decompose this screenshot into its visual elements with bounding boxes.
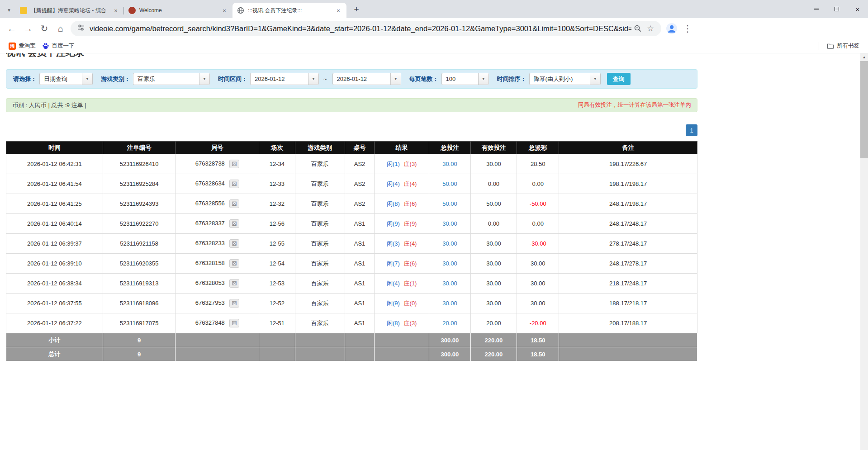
close-icon: × [856, 5, 860, 13]
refresh-button[interactable]: ↻ [36, 20, 52, 37]
page-scrollbar[interactable]: ▲ [860, 53, 868, 450]
cell-session: 12-54 [259, 254, 295, 274]
total-bet-link[interactable]: 50.00 [442, 200, 457, 207]
game-result-icon[interactable]: ⚄ [229, 279, 239, 288]
cell-bet-id: 523116922270 [103, 214, 175, 234]
result-banker: 庄(4) [404, 240, 417, 247]
bookmark-label: 百度一下 [52, 42, 75, 50]
total-total-bet: 300.00 [429, 347, 471, 361]
close-icon: × [337, 7, 340, 14]
settlement-notice: 同局有效投注，统一计算在该局第一张注单内 [578, 101, 691, 109]
forward-button[interactable]: → [20, 20, 36, 37]
cell-total-bet: 30.00 [429, 294, 471, 313]
tab-close-button[interactable]: × [112, 7, 119, 14]
maximize-button[interactable] [826, 0, 847, 18]
game-result-icon[interactable]: ⚄ [229, 319, 239, 327]
profile-avatar[interactable] [664, 21, 679, 36]
browser-tab-forum[interactable]: 【新提醒】海燕策略论坛 - 综合 × [15, 3, 124, 18]
result-banker: 庄(6) [404, 200, 417, 207]
cell-game-type: 百家乐 [295, 174, 345, 194]
cell-valid-bet: 20.00 [470, 313, 517, 333]
date-end-select[interactable]: 2026-01-12 ▼ [332, 73, 401, 85]
tab-search-button[interactable]: ▾ [4, 4, 14, 16]
minimize-button[interactable] [806, 0, 826, 18]
empty-cell [345, 333, 375, 347]
cell-valid-bet: 0.00 [470, 214, 517, 234]
per-page-label: 每页笔数： [409, 75, 439, 83]
cell-game-type: 百家乐 [295, 154, 345, 174]
dropdown-arrow-icon: ▼ [590, 73, 600, 85]
site-settings-icon[interactable] [77, 24, 85, 33]
cell-session: 12-51 [259, 313, 295, 333]
close-window-button[interactable]: × [847, 0, 868, 18]
total-bet-link[interactable]: 30.00 [442, 161, 457, 167]
bookmark-taobao[interactable]: 淘 爱淘宝 [5, 41, 39, 51]
home-button[interactable]: ⌂ [52, 20, 69, 37]
back-button[interactable]: ← [4, 20, 20, 37]
browser-tab-betrecord[interactable]: :::视讯 会员下注纪录::: × [232, 3, 346, 18]
per-page-select[interactable]: 100 ▼ [441, 73, 489, 85]
zoom-icon[interactable] [631, 22, 644, 35]
round-number: 676328233 [195, 240, 225, 246]
pagination: 1 [6, 124, 697, 136]
tab-title: :::视讯 会员下注纪录::: [248, 7, 331, 14]
col-valid-bet: 有效投注 [470, 142, 517, 154]
new-tab-button[interactable]: + [350, 3, 363, 16]
total-bet-link[interactable]: 30.00 [442, 240, 457, 247]
cell-total-bet: 30.00 [429, 214, 471, 234]
tab-close-button[interactable]: × [335, 7, 342, 14]
cell-game-type: 百家乐 [295, 254, 345, 274]
chevron-down-icon: ▾ [8, 7, 10, 13]
all-bookmarks-button[interactable]: 所有书签 [824, 41, 863, 51]
game-type-select[interactable]: 百家乐 ▼ [133, 73, 210, 85]
total-bet-link[interactable]: 50.00 [442, 180, 457, 187]
cell-bet-id: 523116921158 [103, 234, 175, 254]
table-body: 2026-01-12 06:42:31 523116926410 6763287… [6, 154, 697, 333]
cell-valid-bet: 30.00 [470, 254, 517, 274]
search-button[interactable]: 查询 [607, 73, 631, 85]
result-banker: 庄(6) [404, 260, 417, 267]
dropdown-arrow-icon: ▼ [390, 73, 401, 85]
scrollbar-thumb[interactable] [860, 61, 868, 158]
empty-cell [559, 347, 697, 361]
cell-time: 2026-01-12 06:38:34 [6, 274, 103, 294]
date-end-value: 2026-01-12 [333, 73, 390, 85]
forward-icon: → [24, 24, 33, 34]
total-bet-link[interactable]: 30.00 [442, 280, 457, 287]
total-bet-link[interactable]: 30.00 [442, 220, 457, 227]
date-start-select[interactable]: 2026-01-12 ▼ [250, 73, 319, 85]
page-betrecord: 视讯 会员下注纪录 请选择： 日期查询 ▼ 游戏类别： 百家乐 ▼ 时间区间： … [0, 53, 860, 450]
total-label: 总计 [6, 347, 103, 361]
game-result-icon[interactable]: ⚄ [229, 299, 239, 308]
game-result-icon[interactable]: ⚄ [229, 199, 239, 208]
empty-cell [559, 333, 697, 347]
result-banker: 庄(9) [404, 220, 417, 227]
game-result-icon[interactable]: ⚄ [229, 239, 239, 248]
total-bet-link[interactable]: 30.00 [442, 260, 457, 267]
tab-close-button[interactable]: × [221, 7, 228, 14]
table-row: 2026-01-12 06:41:54 523116925284 6763286… [6, 174, 697, 194]
page-title-clip: 视讯 会员下注纪录 [6, 53, 697, 58]
bookmark-star-icon[interactable]: ☆ [644, 22, 657, 35]
empty-cell [295, 347, 345, 361]
total-bet-link[interactable]: 20.00 [442, 320, 457, 327]
maximize-icon [835, 7, 839, 11]
round-number: 676328337 [195, 220, 225, 227]
browser-menu-button[interactable]: ⋮ [679, 20, 696, 37]
table-row: 2026-01-12 06:40:14 523116922270 6763283… [6, 214, 697, 234]
total-bet-link[interactable]: 30.00 [442, 300, 457, 307]
page-number-button[interactable]: 1 [686, 124, 697, 136]
query-type-select[interactable]: 日期查询 ▼ [39, 73, 93, 85]
game-result-icon[interactable]: ⚄ [229, 259, 239, 268]
round-number: 676327953 [195, 299, 225, 306]
tab-title: 【新提醒】海燕策略论坛 - 综合 [31, 7, 109, 14]
game-result-icon[interactable]: ⚄ [229, 219, 239, 228]
address-bar[interactable]: videoie.com/game/betrecord_search/kind3?… [71, 21, 661, 36]
browser-tab-welcome[interactable]: Welcome × [124, 3, 232, 18]
scroll-up-arrow-icon[interactable]: ▲ [860, 53, 868, 61]
cell-total-bet: 30.00 [429, 254, 471, 274]
game-result-icon[interactable]: ⚄ [229, 180, 239, 188]
game-result-icon[interactable]: ⚄ [229, 160, 239, 168]
bookmark-baidu[interactable]: 百度一下 [39, 41, 78, 51]
sort-order-select[interactable]: 降幂(由大到小) ▼ [529, 73, 601, 85]
